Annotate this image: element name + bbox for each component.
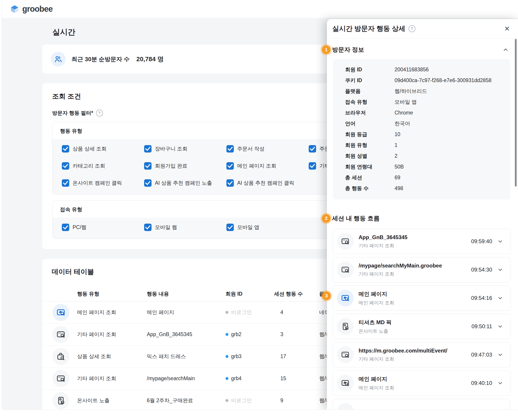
flow-item-main[interactable]	[333, 399, 510, 410]
cell-session-count: 3	[274, 331, 319, 338]
checkbox-option[interactable]: AI 상품 추천 캠페인 노출	[144, 178, 226, 188]
checkbox-checked-icon[interactable]	[226, 224, 234, 231]
checkbox-checked-icon[interactable]	[226, 145, 234, 152]
visitor-info-section-header[interactable]: 1 방문자 정보	[327, 45, 509, 54]
member-id-text: grb2	[231, 331, 241, 338]
cell-action-type: 상품 상세 조회	[77, 353, 147, 360]
flow-item-texts: App_GnB_3645345 기타 페이지 조회	[359, 234, 407, 249]
visitor-info-value: 10	[395, 131, 510, 137]
checkbox-checked-icon[interactable]	[62, 145, 69, 152]
flow-item-card[interactable]: 메인 페이지 메인 페이지 조회 09:40:10 행동 상세 정보 메인 페이…	[333, 370, 510, 396]
panel-scrollbar[interactable]	[515, 39, 517, 187]
visitor-detail-panel: 실시간 방문자 행동 상세 ? ✕ 1 방문자 정보 회원 ID 2004116…	[327, 19, 518, 410]
visitor-info-row: 회원 등급 10	[345, 129, 510, 140]
chevron-down-icon[interactable]	[497, 267, 503, 273]
checkbox-checked-icon[interactable]	[144, 162, 152, 170]
checkbox-option[interactable]: 회원가입 완료	[144, 161, 226, 171]
flow-item-icon	[341, 379, 350, 388]
checkbox-option[interactable]: 카테고리 조회	[62, 161, 144, 171]
flow-item-time: 09:40:10	[471, 380, 492, 386]
flow-item-card[interactable]: 행동 상세 정보 메인 페이지 URL https://m.groobee.co…	[333, 399, 510, 410]
flow-item-main[interactable]: 메인 페이지 메인 페이지 조회 09:40:10	[333, 371, 510, 396]
member-status-dot-icon	[225, 311, 229, 314]
chevron-down-icon[interactable]	[497, 323, 503, 330]
visitor-info-row: 총 행동 수 498	[345, 183, 510, 194]
flow-item-main[interactable]: 티셔츠 MD 픽 온사이트 노출 09:50:11	[333, 314, 510, 339]
flow-item-card[interactable]: 3 메인 페이지 메인 페이지 조회 09:54:16	[333, 285, 510, 311]
flow-item-time: 09:54:16	[471, 295, 492, 301]
checkbox-option[interactable]: 모바일 앱	[226, 223, 309, 232]
cell-member-id: 비로그인	[225, 397, 274, 404]
flow-item-card[interactable]: /mypage/searchMyMain.groobee 기타 페이지 조회 0…	[333, 257, 510, 282]
flow-item-subtitle: 기타 페이지 조회	[359, 271, 442, 277]
panel-help-icon[interactable]: ?	[408, 25, 415, 32]
checkbox-label: 회원가입 완료	[155, 162, 187, 169]
checkbox-option[interactable]: 메인 페이지 조회	[226, 161, 309, 171]
chevron-down-icon[interactable]	[497, 295, 503, 301]
flow-item-main[interactable]: 메인 페이지 메인 페이지 조회 09:54:16	[333, 286, 510, 310]
checkbox-checked-icon[interactable]	[62, 179, 69, 187]
brand-logo[interactable]: groobee	[10, 4, 53, 14]
flow-item-title: 메인 페이지	[359, 375, 394, 383]
flow-item-card[interactable]: https://m.groobee.com/multiEvent/ 기타 페이지…	[333, 342, 510, 367]
checkbox-checked-icon[interactable]	[62, 224, 69, 231]
checkbox-checked-icon[interactable]	[226, 162, 234, 170]
groobee-cube-icon	[10, 4, 20, 14]
visitor-info-label: 브라우저	[345, 109, 395, 116]
checkbox-checked-icon[interactable]	[62, 162, 69, 170]
member-status-dot-icon	[225, 399, 229, 402]
checkbox-checked-icon[interactable]	[144, 179, 152, 187]
checkbox-option[interactable]: AI 상품 추천 캠페인 클릭	[226, 178, 309, 188]
chevron-down-icon[interactable]	[497, 380, 503, 386]
visitor-info-value: 1	[395, 142, 510, 148]
checkbox-option[interactable]: PC/웹	[62, 223, 144, 232]
flow-item-texts: 메인 페이지 메인 페이지 조회	[359, 290, 394, 306]
close-icon[interactable]: ✕	[504, 25, 510, 32]
panel-header: 실시간 방문자 행동 상세 ? ✕	[327, 19, 518, 38]
checkbox-checked-icon[interactable]	[144, 145, 152, 152]
help-icon[interactable]: ?	[96, 110, 103, 117]
checkbox-label: AI 상품 추천 캠페인 클릭	[237, 180, 294, 187]
table-header-member-id: 회원 ID	[225, 290, 274, 297]
panel-title: 실시간 방문자 행동 상세	[332, 24, 405, 33]
checkbox-checked-icon[interactable]	[309, 145, 316, 152]
flow-item-time: 09:54:30	[471, 267, 492, 273]
flow-item-title: App_GnB_3645345	[359, 234, 407, 240]
checkbox-option[interactable]: 상품 상세 조회	[62, 144, 144, 153]
flow-item-card[interactable]: App_GnB_3645345 기타 페이지 조회 09:59:40 행동 상세…	[333, 229, 510, 254]
visitor-info-label: 총 행동 수	[345, 185, 395, 192]
chevron-down-icon[interactable]	[497, 352, 503, 358]
cell-action-type: 기타 페이지 조회	[77, 331, 147, 338]
flow-item-icon	[341, 407, 350, 410]
checkbox-checked-icon[interactable]	[144, 224, 152, 231]
flow-item-subtitle: 온사이트 노출	[359, 328, 392, 334]
member-status-dot-icon	[225, 377, 229, 380]
action-type-icon-circle	[52, 392, 69, 409]
behavior-filter-label: 방문자 행동 필터*	[52, 110, 93, 117]
chevron-down-icon[interactable]	[497, 408, 503, 410]
checkbox-option[interactable]: 주문서 작성	[226, 144, 309, 153]
flow-item-texts: 티셔츠 MD 픽 온사이트 노출	[359, 319, 392, 334]
checkbox-option[interactable]: 온사이트 캠페인 클릭	[62, 178, 144, 188]
checkbox-label: 온사이트 캠페인 클릭	[73, 180, 122, 187]
flow-item-main[interactable]: /mypage/searchMyMain.groobee 기타 페이지 조회 0…	[333, 257, 510, 282]
chevron-up-icon[interactable]	[502, 46, 509, 53]
visitor-info-label: 회원 유형	[345, 142, 395, 149]
session-flow-list: App_GnB_3645345 기타 페이지 조회 09:59:40 행동 상세…	[333, 229, 510, 410]
member-id-text: 비로그인	[231, 309, 252, 316]
visitor-info-label: 언어	[345, 120, 395, 127]
table-header-action-type: 행동 유형	[77, 290, 147, 297]
screen: groobee 실시간 최근 30분 순방문자 수 20,784 명 조회 조건…	[0, 0, 518, 420]
flow-item-main[interactable]: App_GnB_3645345 기타 페이지 조회 09:59:40	[333, 229, 510, 254]
chevron-down-icon[interactable]	[497, 238, 503, 245]
checkbox-checked-icon[interactable]	[309, 162, 316, 170]
checkbox-label: 카테고리 조회	[73, 162, 105, 169]
flow-item-time: 09:50:11	[472, 323, 492, 330]
checkbox-option[interactable]: 모바일 웹	[144, 223, 226, 232]
flow-item-card[interactable]: 티셔츠 MD 픽 온사이트 노출 09:50:11 행동 상세 정보 메인 페이…	[333, 314, 510, 339]
flow-item-texts: /mypage/searchMyMain.groobee 기타 페이지 조회	[359, 262, 442, 277]
action-type-icon	[56, 330, 66, 339]
checkbox-option[interactable]: 장바구니 조회	[144, 144, 226, 153]
checkbox-checked-icon[interactable]	[226, 179, 234, 187]
flow-item-main[interactable]: https://m.groobee.com/multiEvent/ 기타 페이지…	[333, 342, 510, 367]
